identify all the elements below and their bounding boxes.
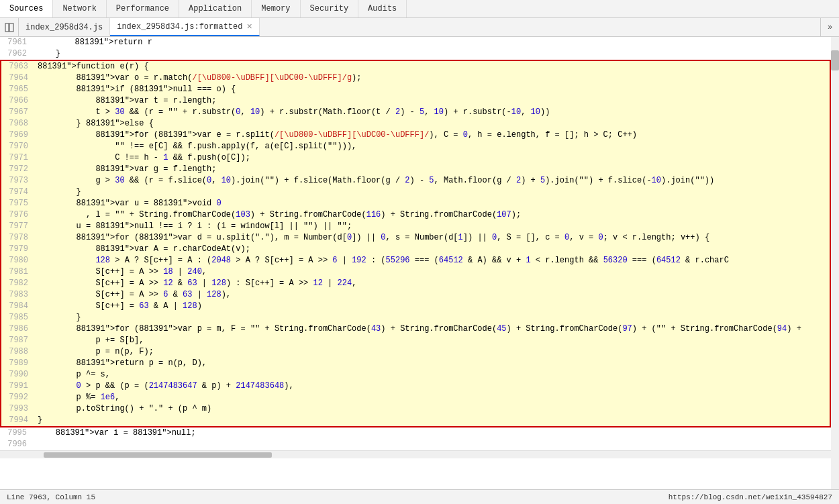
line-content: 881391">function e(r) { (35, 61, 149, 72)
line-number: 7974 (1, 187, 35, 198)
line-number: 7968 (1, 118, 35, 130)
line-number: 7985 (1, 312, 35, 323)
line-content: u = 881391">null !== i ? i : (i = window… (35, 221, 352, 232)
line-content: p = n(p, F); (35, 346, 154, 358)
table-row: 7995 881391">var i = 881391">null; (0, 427, 831, 439)
sidebar-toggle[interactable] (0, 18, 19, 36)
line-number: 7966 (1, 95, 35, 107)
line-content: } 881391">else { (35, 118, 154, 130)
line-content: } (35, 312, 81, 323)
table-row: 7961 881391">return r (0, 37, 831, 48)
tab-network[interactable]: Network (53, 0, 106, 17)
table-row: 7976 , l = "" + String.fromCharCode(103)… (0, 209, 831, 221)
line-number: 7965 (1, 84, 35, 95)
file-tab-original[interactable]: index_2958d34.js (19, 18, 110, 36)
line-number: 7977 (1, 221, 35, 232)
line-content: S[c++] = A >> 18 | 240, (35, 266, 207, 278)
line-number: 7967 (1, 107, 35, 118)
tab-memory[interactable]: Memory (252, 0, 300, 17)
horizontal-scrollbar[interactable] (0, 450, 831, 458)
line-content: 0 > p && (p = (2147483647 & p) + 2147483… (35, 381, 294, 392)
table-row: 7980 128 > A ? S[c++] = A : (2048 > A ? … (0, 255, 831, 266)
tab-application[interactable]: Application (179, 0, 252, 17)
table-row: 7965 881391">if (881391">null === o) { (0, 84, 831, 95)
line-number: 7980 (1, 255, 35, 266)
code-block: 7961 881391">return r7962 }7963881391">f… (0, 37, 831, 450)
tab-security[interactable]: Security (301, 0, 359, 17)
line-content: "" !== e[C] && f.push.apply(f, a(e[C].sp… (35, 141, 356, 152)
line-number: 7973 (1, 175, 35, 187)
line-number: 7971 (1, 152, 35, 164)
h-scroll-thumb[interactable] (44, 452, 272, 458)
layout-icon (5, 23, 14, 32)
line-content: g > 30 && (r = f.slice(0, 10).join("") +… (35, 175, 714, 187)
table-row: 7969 881391">for (881391">var e = r.spli… (0, 130, 831, 141)
table-row: 7992 p %= 1e6, (0, 392, 831, 403)
line-content: S[c++] = A >> 6 & 63 | 128), (35, 289, 231, 301)
tab-sources[interactable]: Sources (0, 0, 53, 17)
line-number: 7987 (1, 335, 35, 346)
expand-panel-icon[interactable]: » (820, 18, 839, 36)
status-bar: Line 7963, Column 15 https://blog.csdn.n… (0, 489, 839, 504)
line-number: 7996 (0, 439, 34, 450)
table-row: 7990 p ^= s, (0, 369, 831, 381)
line-content: t > 30 && (r = "" + r.substr(0, 10) + r.… (35, 107, 550, 118)
line-content: } (35, 415, 42, 426)
line-content: 881391">var o = r.match(/[\uD800-\uDBFF]… (35, 72, 362, 84)
line-number: 7961 (0, 37, 34, 48)
line-number: 7995 (0, 427, 34, 439)
table-row: 7970 "" !== e[C] && f.push.apply(f, a(e[… (0, 141, 831, 152)
table-row: 7962 } (0, 48, 831, 60)
line-content: 881391">var i = 881391">null; (34, 427, 196, 439)
vertical-scrollbar[interactable] (831, 37, 839, 489)
file-tabs: index_2958d34.js index_2958d34.js:format… (0, 18, 839, 37)
file-tab-formatted-label: index_2958d34.js:formatted (117, 22, 242, 32)
line-number: 7972 (1, 164, 35, 175)
close-tab-icon[interactable]: × (246, 22, 252, 32)
tab-audits[interactable]: Audits (358, 0, 407, 17)
table-row: 7972 881391">var g = f.length; (0, 164, 831, 175)
v-scroll-thumb[interactable] (831, 50, 839, 70)
cursor-position: Line 7963, Column 15 (7, 493, 95, 501)
table-row: 7975 881391">var u = 881391">void 0 (0, 198, 831, 209)
line-number: 7978 (1, 232, 35, 244)
line-content: C !== h - 1 && f.push(o[C]); (35, 152, 250, 164)
tab-performance[interactable]: Performance (107, 0, 179, 17)
line-number: 7986 (1, 323, 35, 335)
line-number: 7984 (1, 301, 35, 312)
line-number: 7969 (1, 130, 35, 141)
line-content: S[c++] = A >> 12 & 63 | 128) : S[c++] = … (35, 278, 356, 289)
line-number: 7991 (1, 381, 35, 392)
line-number: 7994 (1, 415, 35, 426)
line-content: , l = "" + String.fromCharCode(103) + St… (35, 209, 521, 221)
table-row: 7971 C !== h - 1 && f.push(o[C]); (0, 152, 831, 164)
table-row: 7973 g > 30 && (r = f.slice(0, 10).join(… (0, 175, 831, 187)
line-number: 7993 (1, 403, 35, 415)
table-row: 7982 S[c++] = A >> 12 & 63 | 128) : S[c+… (0, 278, 831, 289)
line-content: 881391">for (881391">var e = r.split(/[\… (35, 130, 637, 141)
table-row: 7983 S[c++] = A >> 6 & 63 | 128), (0, 289, 831, 301)
table-row: 7993 p.toString() + "." + (p ^ m) (0, 403, 831, 415)
line-content: 881391">for (881391">var p = m, F = "" +… (35, 323, 801, 335)
table-row: 7978 881391">for (881391">var d = u.spli… (0, 232, 831, 244)
table-row: 7996 (0, 439, 831, 450)
line-number: 7979 (1, 244, 35, 255)
line-content: p %= 1e6, (35, 392, 119, 403)
line-content: p += S[b], (35, 335, 144, 346)
line-number: 7989 (1, 358, 35, 369)
line-number: 7964 (1, 72, 35, 84)
table-row: 7994} (0, 415, 831, 427)
line-number: 7962 (0, 48, 34, 60)
table-row: 7991 0 > p && (p = (2147483647 & p) + 21… (0, 381, 831, 392)
line-number: 7982 (1, 278, 35, 289)
table-row: 7984 S[c++] = 63 & A | 128) (0, 301, 831, 312)
line-content: 881391">var A = r.charCodeAt(v); (35, 244, 250, 255)
line-content: 881391">var t = r.length; (35, 95, 216, 107)
file-tab-formatted[interactable]: index_2958d34.js:formatted × (110, 18, 260, 36)
line-number: 7970 (1, 141, 35, 152)
line-content: 128 > A ? S[c++] = A : (2048 > A ? S[c++… (35, 255, 729, 266)
file-tab-original-label: index_2958d34.js (26, 23, 103, 32)
line-number: 7963 (1, 61, 35, 72)
code-container[interactable]: 7961 881391">return r7962 }7963881391">f… (0, 37, 831, 489)
line-content: p ^= s, (35, 369, 110, 381)
